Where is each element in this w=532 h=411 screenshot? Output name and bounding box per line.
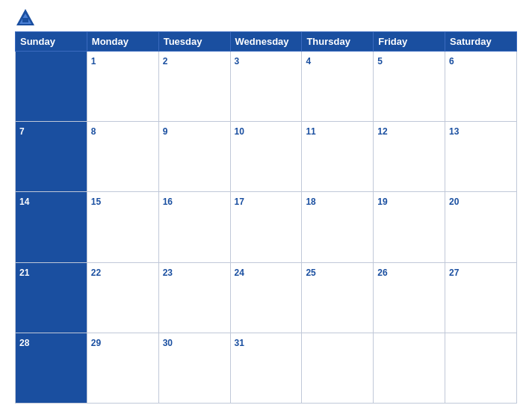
calendar-cell: 26 (374, 262, 445, 333)
calendar-cell: 20 (445, 192, 517, 262)
calendar-header: SundayMondayTuesdayWednesdayThursdayFrid… (16, 32, 517, 52)
day-number: 27 (449, 268, 459, 278)
day-number: 8 (91, 126, 96, 137)
calendar-cell: 29 (87, 333, 158, 403)
week-row-0: 123456 (16, 52, 517, 122)
day-number: 26 (377, 268, 387, 278)
weekday-header-saturday: Saturday (445, 32, 517, 52)
calendar-cell (445, 333, 517, 403)
calendar-cell: 14 (16, 192, 87, 262)
calendar-cell: 11 (302, 122, 374, 192)
day-number: 31 (235, 338, 244, 348)
calendar-cell: 24 (230, 262, 302, 333)
calendar-cell: 2 (158, 52, 230, 122)
week-row-3: 21222324252627 (16, 262, 517, 333)
top-bar (15, 7, 517, 28)
calendar-cell: 25 (302, 262, 374, 333)
calendar-body: 1234567891011121314151617181920212223242… (16, 52, 517, 404)
day-number: 12 (377, 126, 387, 137)
day-number: 20 (449, 197, 459, 207)
calendar-cell: 16 (158, 192, 230, 262)
logo-icon (15, 7, 36, 28)
day-number: 29 (91, 338, 101, 348)
calendar-cell: 27 (445, 262, 517, 333)
weekday-header-thursday: Thursday (302, 32, 374, 52)
day-number: 11 (306, 126, 315, 137)
day-number: 17 (235, 197, 244, 207)
day-number: 23 (163, 268, 173, 278)
calendar-cell: 18 (302, 192, 374, 262)
day-number: 19 (377, 197, 387, 207)
calendar-cell: 23 (158, 262, 230, 333)
weekday-header-monday: Monday (87, 32, 158, 52)
day-number: 6 (449, 56, 454, 67)
week-row-1: 78910111213 (16, 122, 517, 192)
day-number: 22 (91, 268, 101, 278)
calendar-cell: 15 (87, 192, 158, 262)
calendar-cell (302, 333, 374, 403)
calendar-cell (16, 52, 87, 122)
calendar-cell: 6 (445, 52, 517, 122)
day-number: 28 (19, 338, 29, 348)
calendar-cell: 21 (16, 262, 87, 333)
calendar-cell: 8 (87, 122, 158, 192)
calendar-cell: 1 (87, 52, 158, 122)
day-number: 5 (377, 56, 383, 67)
day-number: 7 (19, 126, 25, 137)
day-number: 16 (163, 197, 173, 207)
day-number: 24 (235, 268, 244, 278)
weekday-row: SundayMondayTuesdayWednesdayThursdayFrid… (16, 32, 517, 52)
weekday-header-sunday: Sunday (16, 32, 87, 52)
calendar-cell (374, 333, 445, 403)
calendar-cell: 3 (230, 52, 302, 122)
weekday-header-tuesday: Tuesday (158, 32, 230, 52)
calendar-table: SundayMondayTuesdayWednesdayThursdayFrid… (15, 31, 517, 404)
calendar-cell: 7 (16, 122, 87, 192)
calendar-cell: 13 (445, 122, 517, 192)
svg-rect-2 (22, 18, 28, 22)
calendar-cell: 31 (230, 333, 302, 403)
day-number: 15 (91, 197, 101, 207)
logo (15, 7, 39, 28)
day-number: 14 (19, 197, 29, 207)
day-number: 1 (91, 56, 96, 67)
calendar-cell: 10 (230, 122, 302, 192)
calendar-cell: 17 (230, 192, 302, 262)
calendar-cell: 5 (374, 52, 445, 122)
week-row-2: 14151617181920 (16, 192, 517, 262)
calendar-cell: 9 (158, 122, 230, 192)
calendar-cell: 28 (16, 333, 87, 403)
calendar-cell: 12 (374, 122, 445, 192)
calendar-cell: 4 (302, 52, 374, 122)
weekday-header-friday: Friday (374, 32, 445, 52)
day-number: 25 (306, 268, 315, 278)
day-number: 30 (163, 338, 173, 348)
day-number: 9 (163, 126, 168, 137)
day-number: 21 (19, 268, 29, 278)
day-number: 3 (235, 56, 240, 67)
day-number: 18 (306, 197, 315, 207)
day-number: 13 (449, 126, 459, 137)
day-number: 4 (306, 56, 311, 67)
week-row-4: 28293031 (16, 333, 517, 403)
day-number: 2 (163, 56, 168, 67)
calendar-cell: 19 (374, 192, 445, 262)
day-number: 10 (235, 126, 244, 137)
calendar-cell: 22 (87, 262, 158, 333)
weekday-header-wednesday: Wednesday (230, 32, 302, 52)
calendar-cell: 30 (158, 333, 230, 403)
